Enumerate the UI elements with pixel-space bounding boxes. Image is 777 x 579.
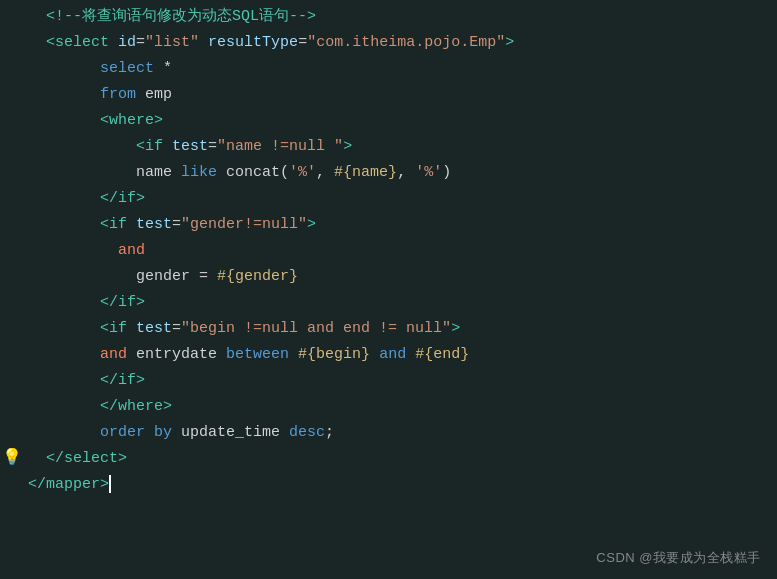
line-code: gender = #{gender} (24, 265, 769, 289)
token: #{name} (334, 164, 397, 181)
code-editor: <!--将查询语句修改为动态SQL语句--> <select id="list"… (0, 0, 777, 579)
code-line: <where> (0, 108, 777, 134)
token: mapper (46, 476, 100, 493)
token: desc (289, 424, 325, 441)
token: order by (100, 424, 172, 441)
token: "begin !=null and end != null" (181, 320, 451, 337)
token: </ (100, 190, 118, 207)
token: = (298, 34, 307, 51)
line-code: <if test="name !=null "> (24, 135, 769, 159)
text-cursor (109, 475, 111, 493)
token: update_time (172, 424, 289, 441)
line-code: </where> (24, 395, 769, 419)
token: > (163, 398, 172, 415)
token: > (505, 34, 514, 51)
code-line: <if test="gender!=null"> (0, 212, 777, 238)
line-code: </if> (24, 369, 769, 393)
code-line: </mapper> (0, 472, 777, 498)
token: < (100, 112, 109, 129)
code-line: select * (0, 56, 777, 82)
token: select (64, 450, 118, 467)
token: , (397, 164, 415, 181)
line-code: </if> (24, 291, 769, 315)
token: #{end} (415, 346, 469, 363)
token: like (172, 164, 217, 181)
token: <!--将查询语句修改为动态SQL语句--> (46, 8, 316, 25)
token: and (100, 346, 127, 363)
line-code: <where> (24, 109, 769, 133)
line-code: <if test="gender!=null"> (24, 213, 769, 237)
token: "gender!=null" (181, 216, 307, 233)
line-code: </mapper> (24, 473, 769, 497)
token: < (46, 34, 55, 51)
token: if (109, 216, 127, 233)
token: > (307, 216, 316, 233)
line-code: and entrydate between #{begin} and #{end… (24, 343, 769, 367)
token (370, 346, 379, 363)
line-code: name like concat('%', #{name}, '%') (24, 161, 769, 185)
token: > (136, 294, 145, 311)
line-icon-col: 💡 (0, 446, 24, 472)
line-code: <if test="begin !=null and end != null"> (24, 317, 769, 341)
code-line: 💡 </select> (0, 446, 777, 472)
code-line: </if> (0, 290, 777, 316)
code-line: </where> (0, 394, 777, 420)
token: , (316, 164, 334, 181)
code-line: name like concat('%', #{name}, '%') (0, 160, 777, 186)
token: < (100, 320, 109, 337)
token: > (118, 450, 127, 467)
token: entrydate (127, 346, 226, 363)
token: '%' (289, 164, 316, 181)
token: > (154, 112, 163, 129)
line-code: <select id="list" resultType="com.itheim… (24, 31, 769, 55)
token: = (172, 320, 181, 337)
token: ) (442, 164, 451, 181)
bulb-icon: 💡 (2, 446, 22, 472)
code-lines: <!--将查询语句修改为动态SQL语句--> <select id="list"… (0, 4, 777, 575)
code-line: <if test="begin !=null and end != null"> (0, 316, 777, 342)
token: where (109, 112, 154, 129)
token: ; (325, 424, 334, 441)
token: "name !=null " (217, 138, 343, 155)
code-line: and (0, 238, 777, 264)
token: > (343, 138, 352, 155)
token: = (136, 34, 145, 51)
token: emp (136, 86, 172, 103)
token: id (109, 34, 136, 51)
code-line: gender = #{gender} (0, 264, 777, 290)
token: gender (136, 268, 190, 285)
token: < (100, 216, 109, 233)
token: * (154, 60, 172, 77)
line-code: <!--将查询语句修改为动态SQL语句--> (24, 5, 769, 29)
token: concat( (217, 164, 289, 181)
code-line: <select id="list" resultType="com.itheim… (0, 30, 777, 56)
token: if (145, 138, 163, 155)
watermark: CSDN @我要成为全栈糕手 (596, 548, 761, 569)
line-code: from emp (24, 83, 769, 107)
token: </ (28, 476, 46, 493)
token: if (118, 372, 136, 389)
token: "list" (145, 34, 199, 51)
token: = (172, 216, 181, 233)
token: select (55, 34, 109, 51)
token (406, 346, 415, 363)
token: select (100, 60, 154, 77)
line-code: </select> (24, 447, 769, 471)
token: </ (100, 372, 118, 389)
code-line: <!--将查询语句修改为动态SQL语句--> (0, 4, 777, 30)
token: = (208, 138, 217, 155)
token: > (136, 372, 145, 389)
line-code: order by update_time desc; (24, 421, 769, 445)
token: "com.itheima.pojo.Emp" (307, 34, 505, 51)
token: > (100, 476, 109, 493)
token: </ (100, 398, 118, 415)
token: '%' (415, 164, 442, 181)
token (289, 346, 298, 363)
token: name (136, 164, 172, 181)
token: test (163, 138, 208, 155)
token: where (118, 398, 163, 415)
token: < (136, 138, 145, 155)
token: #{gender} (217, 268, 298, 285)
token: from (100, 86, 136, 103)
token: > (451, 320, 460, 337)
